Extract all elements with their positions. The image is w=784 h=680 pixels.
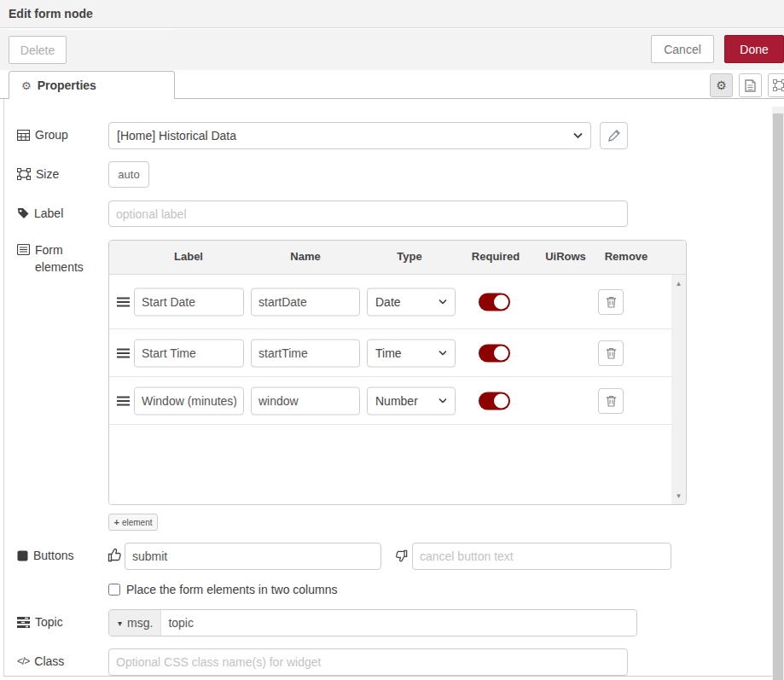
column-header-type: Type bbox=[397, 250, 421, 263]
size-auto-button[interactable]: auto bbox=[108, 161, 149, 188]
class-input[interactable] bbox=[108, 648, 628, 676]
edit-group-button[interactable] bbox=[600, 122, 628, 149]
topic-value-input[interactable]: topic bbox=[161, 610, 636, 636]
toggle-knob bbox=[494, 294, 508, 309]
object-group-icon bbox=[773, 79, 784, 91]
column-header-uirows: UiRows bbox=[545, 250, 586, 263]
trash-icon bbox=[606, 296, 617, 308]
edit-form-node-dialog: Edit form node Delete Cancel Done ⚙ Prop… bbox=[0, 0, 784, 680]
tab-properties[interactable]: ⚙ Properties bbox=[9, 71, 175, 99]
element-label-input[interactable] bbox=[134, 288, 244, 316]
group-select[interactable]: [Home] Historical Data bbox=[108, 122, 591, 149]
dialog-buttonbar: Delete Cancel Done bbox=[0, 29, 784, 70]
table-scrollbar[interactable]: ▲ ▼ bbox=[671, 275, 686, 504]
done-button[interactable]: Done bbox=[724, 35, 784, 63]
remove-element-button[interactable] bbox=[598, 289, 624, 315]
chevron-down-icon bbox=[438, 398, 447, 404]
buttons-field-label: Buttons bbox=[17, 549, 73, 562]
document-icon bbox=[745, 79, 756, 92]
cancel-button[interactable]: Cancel bbox=[651, 35, 714, 63]
delete-button[interactable]: Delete bbox=[9, 36, 67, 64]
element-type-select[interactable]: Date bbox=[367, 288, 456, 316]
dialog-titlebar: Edit form node bbox=[0, 0, 784, 28]
two-columns-option[interactable]: Place the form elements in two columns bbox=[108, 583, 337, 596]
group-select-value: [Home] Historical Data bbox=[117, 129, 236, 142]
class-field-label: </> Class bbox=[17, 654, 64, 668]
dialog-title: Edit form node bbox=[9, 7, 93, 20]
thumbs-down-icon bbox=[395, 549, 408, 563]
element-type-select[interactable]: Number bbox=[367, 386, 456, 415]
gear-icon: ⚙ bbox=[716, 78, 727, 92]
form-elements-table: Label Name Type Required UiRows Remove D… bbox=[108, 240, 687, 505]
group-field-label: Group bbox=[17, 128, 68, 142]
form-elements-field-label: Formelements bbox=[17, 241, 84, 276]
square-icon bbox=[17, 550, 28, 561]
remove-element-button[interactable] bbox=[598, 340, 624, 366]
label-input[interactable] bbox=[108, 201, 628, 227]
remove-element-button[interactable] bbox=[598, 388, 624, 414]
object-group-icon bbox=[17, 168, 31, 180]
element-label-input[interactable] bbox=[134, 339, 244, 367]
gear-icon: ⚙ bbox=[21, 79, 32, 92]
thumbs-up-icon bbox=[107, 547, 122, 562]
caret-down-icon: ▾ bbox=[118, 619, 122, 628]
cancel-button-text-input[interactable] bbox=[412, 543, 671, 570]
pencil-icon bbox=[608, 130, 620, 142]
plus-icon: + bbox=[113, 517, 119, 527]
edit-properties-icon-button[interactable]: ⚙ bbox=[710, 73, 733, 97]
content-left-border bbox=[3, 99, 4, 676]
element-name-input[interactable] bbox=[251, 288, 360, 316]
chevron-down-icon bbox=[438, 299, 447, 305]
topic-type-select[interactable]: ▾ msg. bbox=[109, 610, 161, 636]
appearance-icon-button[interactable] bbox=[768, 73, 784, 97]
toggle-knob bbox=[494, 346, 508, 360]
tag-icon bbox=[17, 207, 29, 219]
drag-handle-icon[interactable] bbox=[117, 348, 130, 358]
trash-icon bbox=[606, 395, 617, 407]
column-header-label: Label bbox=[174, 250, 203, 263]
element-name-input[interactable] bbox=[251, 386, 360, 415]
code-icon: </> bbox=[17, 655, 29, 667]
form-element-row: Date bbox=[109, 275, 671, 329]
column-header-remove: Remove bbox=[605, 250, 648, 263]
drag-handle-icon[interactable] bbox=[117, 396, 130, 406]
add-element-button[interactable]: + element bbox=[108, 514, 158, 531]
topic-typed-input: ▾ msg. topic bbox=[108, 609, 637, 636]
label-field-label: Label bbox=[17, 206, 63, 220]
chevron-down-icon bbox=[573, 133, 583, 139]
tasks-icon bbox=[17, 617, 30, 628]
tab-bar: ⚙ Properties ⚙ bbox=[0, 70, 784, 99]
drag-handle-icon[interactable] bbox=[117, 297, 130, 307]
size-field-label: Size bbox=[17, 167, 59, 181]
required-toggle[interactable] bbox=[479, 293, 510, 311]
submit-button-text-input[interactable] bbox=[125, 543, 381, 570]
scroll-up-icon[interactable]: ▲ bbox=[671, 276, 686, 290]
form-elements-body: Date bbox=[109, 275, 671, 504]
tab-properties-label: Properties bbox=[38, 78, 96, 92]
two-columns-checkbox[interactable] bbox=[108, 584, 120, 596]
column-header-name: Name bbox=[290, 250, 320, 263]
form-elements-header: Label Name Type Required UiRows Remove bbox=[109, 241, 686, 275]
column-header-required: Required bbox=[472, 250, 520, 263]
description-icon-button[interactable] bbox=[739, 73, 762, 97]
list-alt-icon bbox=[17, 244, 30, 255]
trash-icon bbox=[606, 347, 617, 359]
table-icon bbox=[17, 130, 30, 141]
topic-field-label: Topic bbox=[17, 615, 63, 629]
tab-active-merge bbox=[9, 28, 175, 30]
chevron-down-icon bbox=[438, 351, 447, 356]
element-type-select[interactable]: Time bbox=[367, 339, 456, 367]
required-toggle[interactable] bbox=[479, 392, 510, 410]
scrollbar-thumb[interactable] bbox=[773, 113, 783, 680]
scroll-down-icon[interactable]: ▼ bbox=[671, 489, 686, 503]
topic-type-label: msg. bbox=[127, 616, 153, 630]
content-bottom-border bbox=[3, 676, 784, 677]
element-label-input[interactable] bbox=[134, 386, 244, 415]
toggle-knob bbox=[494, 393, 508, 408]
dialog-scrollbar[interactable] bbox=[772, 107, 784, 680]
element-name-input[interactable] bbox=[251, 339, 360, 367]
two-columns-label: Place the form elements in two columns bbox=[126, 583, 337, 596]
form-element-row: Number bbox=[109, 377, 671, 425]
required-toggle[interactable] bbox=[479, 344, 510, 362]
form-element-row: Time bbox=[109, 329, 671, 377]
